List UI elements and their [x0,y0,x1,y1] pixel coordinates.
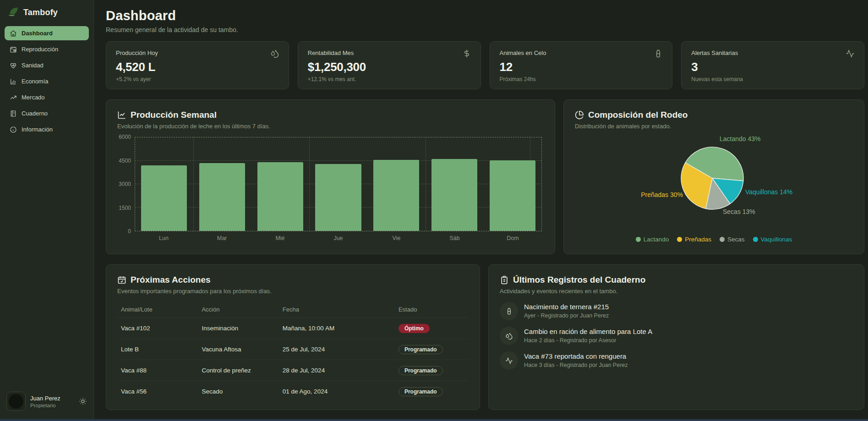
column-header: Animal/Lote [117,306,198,313]
sidebar-item-label: Economía [22,78,49,85]
stat-value: $1,250,300 [308,60,471,74]
cell-animal: Vaca #102 [117,325,198,332]
heart-pulse-icon [10,62,17,69]
sidebar-item-informacion[interactable]: Información [5,122,89,137]
cell-fecha: 25 de Jul, 2024 [279,346,395,353]
herd-composition-card: Composición del Rodeo Distribución de an… [563,99,864,254]
cell-accion: Secado [198,388,278,395]
sidebar-item-economia[interactable]: Economía [5,74,89,88]
sidebar-item-label: Reproducción [22,46,58,53]
status-badge: Programado [399,366,443,375]
record-title: Cambio en ración de alimento para Lote A [524,327,652,335]
sun-icon [79,397,87,405]
user-profile[interactable]: Juan Perez Propietario [0,385,93,421]
card-subtitle: Evolución de la producción de leche en l… [117,123,544,130]
stat-note: +12.1% vs mes ant. [308,76,471,82]
milk-icon [654,49,663,60]
sidebar-item-label: Dashboard [22,30,53,37]
record-meta: Ayer - Registrado por Juan Perez [524,312,609,319]
sidebar: Tambofy Dashboard Reproducción Sanidad E… [0,0,94,421]
clipboard-list-icon [500,275,509,284]
charts-row: Producción Semanal Evolución de la produ… [106,99,864,254]
card-subtitle: Actividades y eventos recientes en el ta… [500,288,853,295]
records-list: Nacimiento de ternera #215 Ayer - Regist… [500,302,853,370]
table-row: Lote B Vacuna Aftosa 25 de Jul, 2024 Pro… [117,339,469,360]
record-title: Nacimiento de ternera #215 [524,302,609,311]
legend-dot [677,237,682,242]
cell-animal: Lote B [117,346,198,353]
stat-note: Próximas 24hs [500,76,663,82]
sidebar-item-mercado[interactable]: Mercado [5,90,89,104]
leaf-logo-icon [6,6,19,19]
sidebar-item-label: Mercado [22,94,45,101]
notebook-records-card: Últimos Registros del Cuaderno Actividad… [488,264,864,410]
user-role: Propietario [30,403,60,408]
table-row: Vaca #56 Secado 01 de Ago, 2024 Programa… [117,381,469,402]
bar-chart-icon [10,78,17,85]
column-header: Acción [198,306,278,313]
stat-label: Producción Hoy [116,49,279,56]
line-chart-icon [117,110,126,120]
bar-chart-plot-area [135,137,542,231]
stat-label: Animales en Celo [500,49,663,56]
record-meta: Hace 3 días - Registrado por Juan Perez [524,362,628,368]
legend-item-prenadas: Preñadas [677,236,711,243]
cell-accion: Inseminación [198,325,278,332]
stat-label: Rentabilidad Mes [308,49,471,56]
pie-legend: Lactando Preñadas Secas Vaquillonas [575,236,853,243]
bottom-scrollbar-strip[interactable] [0,419,868,421]
weekly-production-bar-chart: 01500300045006000 [117,137,544,231]
bar-chart-x-axis: LunMarMiéJueVieSábDom [135,235,542,241]
bar-chart-y-axis: 01500300045006000 [117,137,135,231]
card-title: Últimos Registros del Cuaderno [513,275,645,285]
pie-label-lactando: Lactando 43% [720,135,761,142]
list-item: Vaca #73 reportada con renguera Hace 3 d… [500,351,853,370]
card-subtitle: Eventos importantes programados para los… [117,288,469,295]
legend-dot [636,237,641,242]
column-header: Estado [395,306,469,313]
stat-note: Nuevas esta semana [691,76,854,82]
stat-value: 4,520 L [116,60,279,74]
notebook-icon [10,110,17,117]
stat-card-produccion-hoy: Producción Hoy 4,520 L +5.2% vs ayer [106,41,289,89]
stat-card-rentabilidad-mes: Rentabilidad Mes $1,250,300 +12.1% vs me… [298,41,481,89]
cell-fecha: 01 de Ago, 2024 [279,388,395,395]
list-item: Nacimiento de ternera #215 Ayer - Regist… [500,302,853,320]
droplets-icon [270,49,279,60]
stat-value: 12 [500,60,663,74]
column-header: Fecha [279,306,395,313]
card-subtitle: Distribución de animales por estado. [575,123,853,130]
pie-label-prenadas: Preñadas 30% [633,191,683,198]
stat-card-animales-en-celo: Animales en Celo 12 Próximas 24hs [490,41,673,89]
herd-composition-pie-chart: Lactando 43% Vaquillonas 14% Secas 13% P… [575,132,853,230]
sidebar-item-reproduccion[interactable]: Reproducción [5,42,89,56]
app-name: Tambofy [23,8,58,17]
page-title: Dashboard [106,8,864,23]
sidebar-item-label: Información [22,126,53,133]
legend-item-vaquillonas: Vaquillonas [753,236,792,243]
record-meta: Hace 2 días - Registrado por Asesor [524,337,652,344]
info-icon [10,126,17,133]
actions-table: Animal/Lote Acción Fecha Estado Vaca #10… [117,301,469,402]
list-item: Cambio en ración de alimento para Lote A… [500,327,853,345]
calendar-check-icon [117,275,126,284]
bottom-row: Próximas Acciones Eventos importantes pr… [106,264,864,410]
sidebar-item-sanidad[interactable]: Sanidad [5,58,89,72]
cell-animal: Vaca #88 [117,367,198,374]
dollar-sign-icon [462,49,471,60]
stat-card-alertas-sanitarias: Alertas Sanitarias 3 Nuevas esta semana [681,41,864,89]
sidebar-nav: Dashboard Reproducción Sanidad Economía … [0,24,93,138]
status-badge: Óptimo [399,324,430,333]
pie-chart-icon [575,110,584,120]
pie-chart-graphic [680,146,744,210]
cell-accion: Vacuna Aftosa [198,346,278,353]
app-logo: Tambofy [0,0,93,24]
stats-row: Producción Hoy 4,520 L +5.2% vs ayer Ren… [106,41,864,89]
theme-toggle-button[interactable] [79,397,87,405]
sidebar-item-cuaderno[interactable]: Cuaderno [5,106,89,120]
table-row: Vaca #102 Inseminación Mañana, 10:00 AM … [117,317,469,339]
trending-up-icon [10,94,17,101]
upcoming-actions-card: Próximas Acciones Eventos importantes pr… [106,264,480,410]
sidebar-item-dashboard[interactable]: Dashboard [5,26,89,40]
activity-icon [500,351,518,370]
